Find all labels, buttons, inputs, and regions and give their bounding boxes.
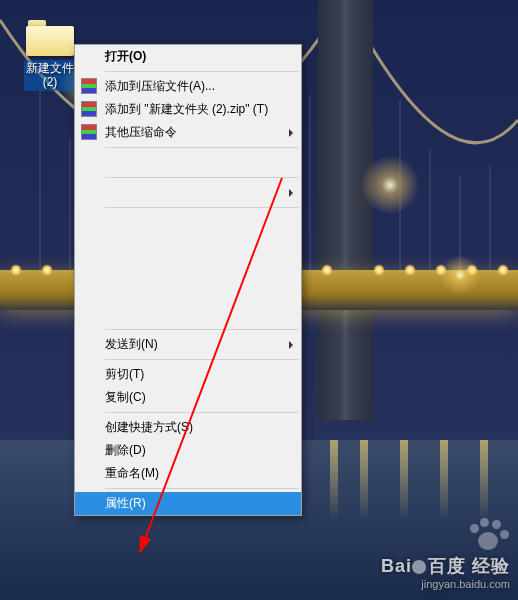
menu-label: 复制(C) (105, 389, 146, 406)
context-menu: 打开(O) 添加到压缩文件(A)... 添加到 "新建文件夹 (2).zip" … (74, 44, 302, 516)
menu-cut[interactable]: 剪切(T) (75, 363, 301, 386)
menu-separator (105, 359, 299, 360)
menu-label: 重命名(M) (105, 465, 159, 482)
menu-separator (105, 71, 299, 72)
menu-label: 打开(O) (105, 48, 146, 65)
menu-rename[interactable]: 重命名(M) (75, 462, 301, 485)
chevron-right-icon (289, 341, 293, 349)
menu-label: 剪切(T) (105, 366, 144, 383)
menu-other-compress[interactable]: 其他压缩命令 (75, 121, 301, 144)
menu-label: 删除(D) (105, 442, 146, 459)
menu-blank (75, 234, 301, 257)
menu-blank (75, 280, 301, 303)
archive-icon (81, 124, 97, 140)
archive-icon (81, 101, 97, 117)
menu-separator (105, 147, 299, 148)
menu-copy[interactable]: 复制(C) (75, 386, 301, 409)
menu-separator (105, 329, 299, 330)
menu-label: 添加到 "新建文件夹 (2).zip" (T) (105, 101, 268, 118)
folder-desktop-icon[interactable]: 新建文件 (2) (20, 20, 80, 91)
chevron-right-icon (289, 189, 293, 197)
menu-separator (105, 412, 299, 413)
menu-label: 属性(R) (105, 495, 146, 512)
menu-label: 添加到压缩文件(A)... (105, 78, 215, 95)
menu-create-shortcut[interactable]: 创建快捷方式(S) (75, 416, 301, 439)
menu-delete[interactable]: 删除(D) (75, 439, 301, 462)
menu-properties[interactable]: 属性(R) (75, 492, 301, 515)
menu-separator (105, 207, 299, 208)
menu-separator (105, 177, 299, 178)
watermark: Bai百度 经验 jingyan.baidu.com (381, 554, 510, 590)
menu-blank (75, 303, 301, 326)
menu-submenu-blank[interactable] (75, 181, 301, 204)
menu-add-archive[interactable]: 添加到压缩文件(A)... (75, 75, 301, 98)
menu-add-named-zip[interactable]: 添加到 "新建文件夹 (2).zip" (T) (75, 98, 301, 121)
archive-icon (81, 78, 97, 94)
menu-blank (75, 151, 301, 174)
menu-label: 创建快捷方式(S) (105, 419, 193, 436)
menu-separator (105, 488, 299, 489)
watermark-url: jingyan.baidu.com (381, 578, 510, 590)
chevron-right-icon (289, 129, 293, 137)
menu-send-to[interactable]: 发送到(N) (75, 333, 301, 356)
menu-blank (75, 211, 301, 234)
menu-label: 发送到(N) (105, 336, 158, 353)
menu-open[interactable]: 打开(O) (75, 45, 301, 68)
folder-icon (26, 20, 74, 56)
watermark-brand: Bai百度 经验 (381, 554, 510, 578)
watermark-paw-icon (468, 518, 508, 554)
menu-blank (75, 257, 301, 280)
folder-label: 新建文件 (2) (24, 60, 76, 91)
menu-label: 其他压缩命令 (105, 124, 177, 141)
